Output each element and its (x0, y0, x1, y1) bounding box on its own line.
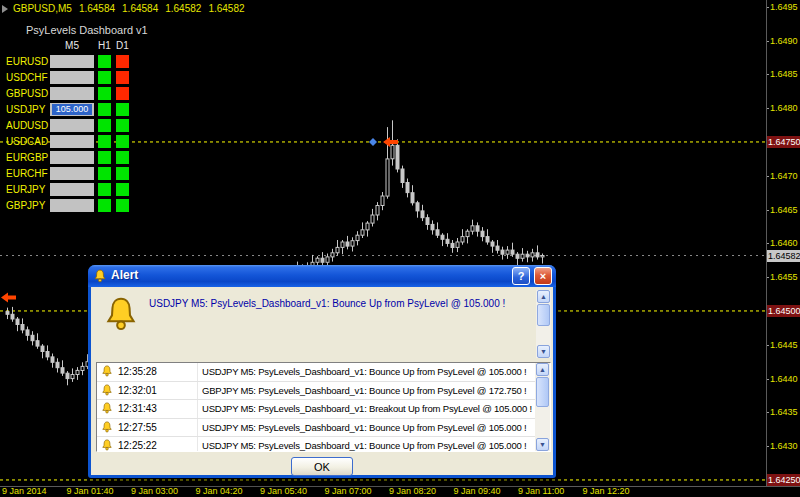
list-scrollbar[interactable]: ▲ ▼ (535, 363, 550, 451)
column-divider (197, 419, 198, 437)
price-tick-label: 1.6430 (770, 441, 798, 451)
dashboard-row: USDCHF (4, 70, 136, 86)
m5-level-box (50, 71, 94, 84)
ohlc-open: 1.64584 (79, 3, 115, 14)
time-axis[interactable]: 9 Jan 20149 Jan 01:409 Jan 03:009 Jan 04… (0, 487, 766, 497)
alert-list-item[interactable]: 12:27:55USDJPY M5: PsyLevels_Dashboard_v… (97, 419, 535, 438)
dashboard-row: EURGBP (4, 150, 136, 166)
column-divider (197, 382, 198, 400)
alert-history-list: 12:35:28USDJPY M5: PsyLevels_Dashboard_v… (96, 362, 551, 452)
bounce-arrow-left[interactable] (1, 292, 16, 302)
level-touch-diamond[interactable] (369, 138, 377, 146)
price-tick-label: 1.6445 (770, 340, 798, 350)
scroll-down-button[interactable]: ▼ (536, 438, 549, 451)
bell-icon (101, 384, 113, 396)
alert-text: GBPJPY M5: PsyLevels_Dashboard_v1: Bounc… (202, 385, 533, 396)
time-axis-label: 9 Jan 01:40 (67, 486, 114, 496)
bell-icon (101, 402, 113, 414)
h1-status-cell (98, 183, 111, 196)
symbol-label: EURJPY (6, 184, 45, 195)
price-tick-label: 1.6465 (770, 205, 798, 215)
dashboard-headers: M5 H1 D1 (4, 40, 136, 54)
m5-level-box (50, 199, 94, 212)
m5-level-box: 105.000 (50, 103, 94, 116)
m5-level-box (50, 167, 94, 180)
bell-icon (101, 421, 113, 433)
h1-status-cell (98, 167, 111, 180)
h1-status-cell (98, 71, 111, 84)
alert-list-item[interactable]: 12:31:43USDJPY M5: PsyLevels_Dashboard_v… (97, 400, 535, 419)
d1-status-cell (116, 151, 129, 164)
time-axis-label: 9 Jan 05:40 (260, 486, 307, 496)
column-divider (197, 363, 198, 381)
axis-separator-horizontal (0, 486, 800, 487)
time-axis-label: 9 Jan 12:20 (583, 486, 630, 496)
dashboard-row: USDCAD (4, 134, 136, 150)
help-button[interactable]: ? (512, 267, 530, 285)
scroll-down-button[interactable]: ▼ (537, 345, 550, 358)
dashboard-row: EURUSD (4, 54, 136, 70)
scroll-thumb[interactable] (537, 304, 550, 326)
alert-dialog-titlebar[interactable]: Alert ? × (88, 265, 556, 287)
symbol-label: AUDUSD (6, 120, 48, 131)
alert-dialog-title: Alert (111, 268, 138, 282)
alert-text: USDJPY M5: PsyLevels_Dashboard_v1: Bounc… (202, 440, 533, 451)
dashboard-rows: EURUSDUSDCHFGBPUSDUSDJPY105.000AUDUSDUSD… (4, 54, 136, 214)
d1-status-cell (116, 87, 129, 100)
alert-message: USDJPY M5: PsyLevels_Dashboard_v1: Bounc… (149, 298, 525, 309)
chart-shift-arrow-icon (2, 5, 8, 13)
price-tick-label: 1.6495 (770, 2, 798, 12)
m5-level-box (50, 151, 94, 164)
time-axis-label: 9 Jan 08:20 (389, 486, 436, 496)
message-scrollbar[interactable]: ▲ ▼ (536, 290, 551, 358)
time-axis-label: 9 Jan 04:20 (196, 486, 243, 496)
price-tick-label: 1.6460 (770, 238, 798, 248)
dashboard-title: PsyLevels Dashboard v1 (26, 24, 148, 36)
dashboard-row: GBPUSD (4, 86, 136, 102)
chart-symbol: GBPUSD,M5 (13, 3, 72, 14)
column-header-d1: D1 (114, 40, 131, 51)
alert-list-item[interactable]: 12:25:22USDJPY M5: PsyLevels_Dashboard_v… (97, 437, 535, 451)
alert-time: 12:31:43 (118, 403, 157, 414)
d1-status-cell (116, 119, 129, 132)
alert-time: 12:27:55 (118, 422, 157, 433)
d1-status-cell (116, 55, 129, 68)
alert-list-item[interactable]: 12:32:01GBPJPY M5: PsyLevels_Dashboard_v… (97, 382, 535, 401)
column-header-h1: H1 (96, 40, 113, 51)
m5-level-box (50, 119, 94, 132)
column-divider (197, 400, 198, 418)
price-tick-label: 1.6470 (770, 171, 798, 181)
psy-level-price-box: 1.64250 (767, 474, 800, 486)
symbol-label: EURUSD (6, 56, 48, 67)
symbol-label: USDCAD (6, 136, 48, 147)
alert-bell-icon (103, 292, 139, 336)
dashboard-row: EURJPY (4, 182, 136, 198)
axis-separator-vertical (766, 0, 767, 486)
price-axis[interactable]: 1.64951.64901.64851.64801.64701.64651.64… (767, 0, 800, 486)
close-button[interactable]: × (534, 267, 552, 285)
ohlc-high: 1.64584 (122, 3, 158, 14)
h1-status-cell (98, 87, 111, 100)
m5-level-box (50, 135, 94, 148)
ok-button[interactable]: OK (291, 457, 353, 476)
bell-icon (101, 365, 113, 377)
time-axis-label: 9 Jan 11:00 (518, 486, 564, 496)
alert-text: USDJPY M5: PsyLevels_Dashboard_v1: Bounc… (202, 422, 533, 433)
h1-status-cell (98, 151, 111, 164)
alert-list-item[interactable]: 12:35:28USDJPY M5: PsyLevels_Dashboard_v… (97, 363, 535, 382)
scroll-thumb[interactable] (536, 377, 549, 407)
scroll-up-button[interactable]: ▲ (537, 290, 550, 303)
price-tick-label: 1.6440 (770, 374, 798, 384)
h1-status-cell (98, 119, 111, 132)
price-tick-label: 1.6480 (770, 103, 798, 113)
bell-icon (93, 269, 107, 283)
d1-status-cell (116, 71, 129, 84)
alert-list-rows: 12:35:28USDJPY M5: PsyLevels_Dashboard_v… (97, 363, 535, 451)
symbol-label: EURCHF (6, 168, 48, 179)
symbol-label: GBPUSD (6, 88, 48, 99)
column-divider (197, 437, 198, 451)
d1-status-cell (116, 183, 129, 196)
ohlc-close: 1.64582 (208, 3, 244, 14)
d1-status-cell (116, 103, 129, 116)
scroll-up-button[interactable]: ▲ (536, 363, 549, 376)
